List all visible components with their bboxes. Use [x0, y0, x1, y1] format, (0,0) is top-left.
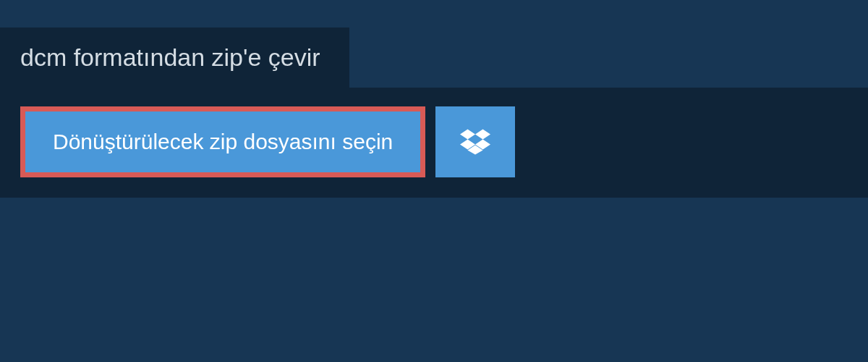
dropbox-button[interactable]: [435, 106, 515, 177]
main-panel: Dönüştürülecek zip dosyasını seçin: [0, 88, 868, 198]
tab-header: dcm formatından zip'e çevir: [0, 28, 349, 88]
button-row: Dönüştürülecek zip dosyasını seçin: [20, 106, 848, 177]
select-file-button[interactable]: Dönüştürülecek zip dosyasını seçin: [20, 106, 425, 177]
page-title: dcm formatından zip'e çevir: [20, 43, 320, 72]
dropbox-icon: [460, 127, 490, 157]
